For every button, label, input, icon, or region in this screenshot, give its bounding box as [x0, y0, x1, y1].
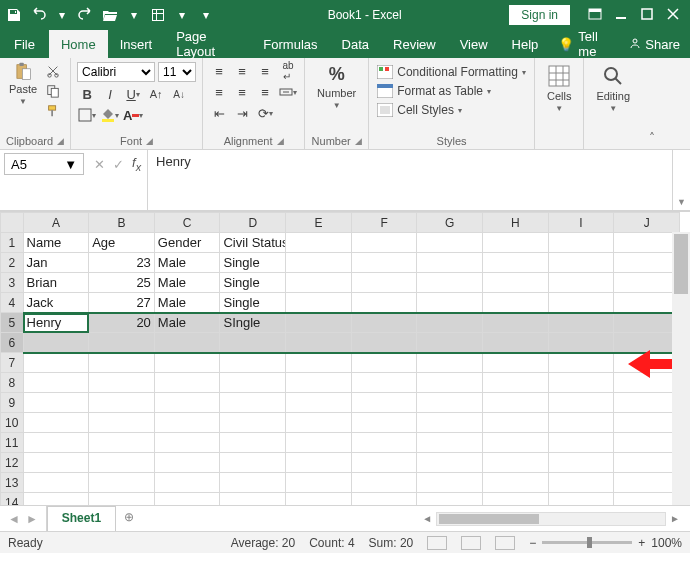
align-middle-icon[interactable]: ≡: [232, 62, 252, 80]
cell[interactable]: [614, 473, 680, 493]
wrap-text-icon[interactable]: ab↵: [278, 62, 298, 80]
cell[interactable]: [23, 413, 89, 433]
dialog-launcher-icon[interactable]: ◢: [355, 136, 362, 146]
worksheet-grid[interactable]: ABCDEFGHIJ1NameAgeGenderCivil Status2Jan…: [0, 211, 690, 505]
zoom-in-icon[interactable]: +: [638, 536, 645, 550]
maximize-icon[interactable]: [640, 7, 654, 24]
cell[interactable]: [614, 453, 680, 473]
fill-color-button[interactable]: ▾: [100, 106, 120, 124]
row-header[interactable]: 13: [1, 473, 24, 493]
open-icon[interactable]: [102, 7, 118, 23]
cell[interactable]: [483, 313, 549, 333]
tab-view[interactable]: View: [448, 30, 500, 58]
cell[interactable]: [548, 333, 614, 353]
row-header[interactable]: 2: [1, 253, 24, 273]
cell[interactable]: [483, 293, 549, 313]
decrease-indent-icon[interactable]: ⇤: [209, 104, 229, 122]
copy-icon[interactable]: [44, 82, 62, 100]
cell[interactable]: [351, 453, 417, 473]
cell[interactable]: [89, 393, 155, 413]
cell[interactable]: [548, 253, 614, 273]
dialog-launcher-icon[interactable]: ◢: [277, 136, 284, 146]
add-sheet-button[interactable]: ⊕: [116, 506, 142, 531]
number-format-button[interactable]: % Number ▼: [311, 62, 362, 112]
cell[interactable]: SIngle: [220, 313, 286, 333]
column-header[interactable]: G: [417, 213, 483, 233]
cell[interactable]: [286, 493, 352, 506]
cell[interactable]: [286, 353, 352, 373]
cell[interactable]: [154, 453, 220, 473]
cell[interactable]: [286, 453, 352, 473]
cell[interactable]: [483, 253, 549, 273]
cell[interactable]: [548, 373, 614, 393]
cell[interactable]: [351, 313, 417, 333]
column-header[interactable]: I: [548, 213, 614, 233]
minimize-icon[interactable]: [614, 7, 628, 24]
cell[interactable]: [417, 393, 483, 413]
cell[interactable]: [548, 433, 614, 453]
column-header[interactable]: H: [483, 213, 549, 233]
normal-view-icon[interactable]: [427, 536, 447, 550]
cell[interactable]: [351, 413, 417, 433]
cell[interactable]: [614, 493, 680, 506]
column-header[interactable]: J: [614, 213, 680, 233]
save-icon[interactable]: [6, 7, 22, 23]
cell[interactable]: [220, 493, 286, 506]
cell[interactable]: [220, 453, 286, 473]
align-top-icon[interactable]: ≡: [209, 62, 229, 80]
name-box[interactable]: A5 ▼: [4, 153, 84, 175]
cell[interactable]: [220, 393, 286, 413]
cell[interactable]: [351, 253, 417, 273]
open-dropdown-icon[interactable]: ▾: [126, 7, 142, 23]
tab-help[interactable]: Help: [500, 30, 551, 58]
cell[interactable]: [483, 493, 549, 506]
row-header[interactable]: 14: [1, 493, 24, 506]
cell[interactable]: [351, 433, 417, 453]
italic-button[interactable]: I: [100, 85, 120, 103]
cell[interactable]: [548, 273, 614, 293]
column-header[interactable]: E: [286, 213, 352, 233]
cell[interactable]: [483, 273, 549, 293]
cell[interactable]: [351, 333, 417, 353]
sheet-nav-next-icon[interactable]: ►: [26, 512, 38, 526]
cell[interactable]: [89, 413, 155, 433]
cell[interactable]: Male: [154, 293, 220, 313]
row-header[interactable]: 7: [1, 353, 24, 373]
cell[interactable]: [417, 233, 483, 253]
underline-button[interactable]: U▾: [123, 85, 143, 103]
undo-icon[interactable]: [30, 7, 46, 23]
row-header[interactable]: 6: [1, 333, 24, 353]
align-center-icon[interactable]: ≡: [232, 83, 252, 101]
table-icon[interactable]: [150, 7, 166, 23]
cell[interactable]: [548, 493, 614, 506]
cell[interactable]: [417, 253, 483, 273]
cell[interactable]: [154, 433, 220, 453]
dialog-launcher-icon[interactable]: ◢: [57, 136, 64, 146]
cell[interactable]: [286, 293, 352, 313]
cell[interactable]: [483, 373, 549, 393]
cell[interactable]: 27: [89, 293, 155, 313]
cell[interactable]: [286, 233, 352, 253]
bold-button[interactable]: B: [77, 85, 97, 103]
cell[interactable]: [89, 373, 155, 393]
cell[interactable]: Single: [220, 273, 286, 293]
cell[interactable]: Gender: [154, 233, 220, 253]
cell[interactable]: [548, 293, 614, 313]
cell[interactable]: [23, 393, 89, 413]
cell[interactable]: Jan: [23, 253, 89, 273]
cell[interactable]: [286, 413, 352, 433]
cell[interactable]: [417, 313, 483, 333]
cell[interactable]: [286, 433, 352, 453]
cell[interactable]: [417, 273, 483, 293]
column-header[interactable]: A: [23, 213, 89, 233]
column-header[interactable]: B: [89, 213, 155, 233]
cell[interactable]: 20: [89, 313, 155, 333]
cell[interactable]: [154, 373, 220, 393]
page-break-view-icon[interactable]: [495, 536, 515, 550]
cell[interactable]: [417, 293, 483, 313]
cell[interactable]: [548, 353, 614, 373]
align-bottom-icon[interactable]: ≡: [255, 62, 275, 80]
cell[interactable]: [89, 433, 155, 453]
cell[interactable]: [89, 473, 155, 493]
dialog-launcher-icon[interactable]: ◢: [146, 136, 153, 146]
